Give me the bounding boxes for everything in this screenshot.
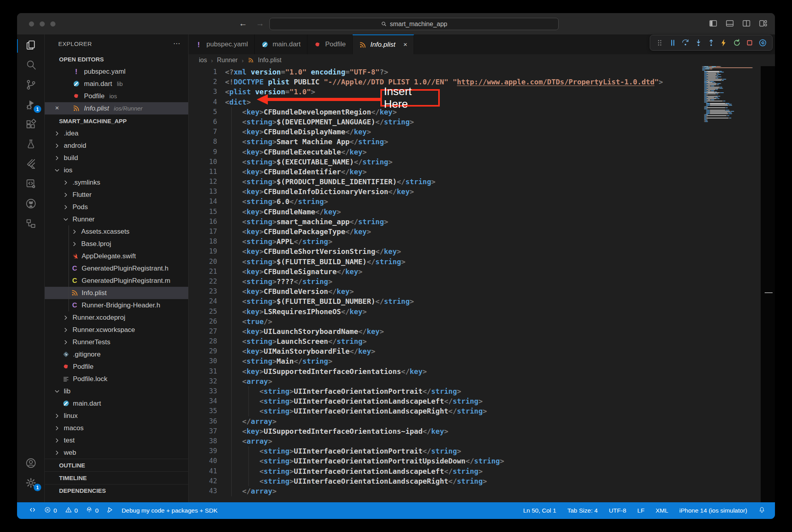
history-back-button[interactable]: ← <box>239 19 247 28</box>
toggle-sidebar-icon[interactable] <box>708 19 718 28</box>
files-icon <box>25 39 37 53</box>
close-editor-button[interactable]: × <box>55 104 63 112</box>
hot-reload-icon[interactable] <box>719 38 728 47</box>
project-header[interactable]: SMART_MACHINE_APP <box>45 114 188 127</box>
tree-item-macos[interactable]: macos <box>45 422 188 434</box>
tree-item-flutter[interactable]: Flutter <box>45 189 188 201</box>
tree-item-runner-xcworkspace[interactable]: Runner.xcworkspace <box>45 324 188 336</box>
tree-item-runner[interactable]: Runner <box>45 213 188 225</box>
tab-info-plist[interactable]: Info.plist× <box>353 34 414 54</box>
tree-item--symlinks[interactable]: .symlinks <box>45 176 188 189</box>
line-number: 10 <box>189 157 225 167</box>
tree-item-appdelegate-swift[interactable]: AppDelegate.swift <box>45 250 188 262</box>
tree-item-runnertests[interactable]: RunnerTests <box>45 336 188 348</box>
tree-item--gitignore[interactable]: .gitignore <box>45 348 188 360</box>
tree-item-info-plist[interactable]: Info.plist <box>45 287 188 299</box>
status-bell[interactable] <box>758 506 765 515</box>
tree-item-web[interactable]: web <box>45 446 188 459</box>
dependencies-header[interactable]: DEPENDENCIES <box>45 484 188 497</box>
inspector-icon[interactable] <box>758 38 767 47</box>
tree-item-android[interactable]: android <box>45 139 188 152</box>
close-window-button[interactable] <box>29 21 34 27</box>
status-lf[interactable]: LF <box>637 507 645 514</box>
status-iphone-14-ios-simulator-[interactable]: iPhone 14 (ios simulator) <box>679 507 747 514</box>
explorer-more-actions-button[interactable]: ⋯ <box>173 39 181 48</box>
tree-item-ios[interactable]: ios <box>45 164 188 176</box>
status-debug-start[interactable] <box>107 506 114 515</box>
scrollbar-track[interactable] <box>761 66 775 502</box>
step-out-icon[interactable] <box>707 38 716 47</box>
split-editor-icon[interactable] <box>742 19 751 28</box>
tree-item--idea[interactable]: .idea <box>45 127 188 139</box>
status-ln-50-col-1[interactable]: Ln 50, Col 1 <box>523 507 556 514</box>
status-error[interactable]: 0 <box>44 506 57 515</box>
activity-bar-item-search[interactable] <box>17 56 44 76</box>
stop-icon[interactable] <box>745 38 754 47</box>
activity-bar-item-github[interactable] <box>17 194 44 214</box>
tree-item-main-dart[interactable]: main.dart <box>45 397 188 410</box>
tab-pubspec-yaml[interactable]: !pubspec.yaml <box>189 34 255 54</box>
tree-item-podfile[interactable]: Podfile <box>45 360 188 373</box>
status-remote[interactable] <box>29 506 36 515</box>
tab-podfile[interactable]: Podfile <box>307 34 353 54</box>
status-xml[interactable]: XML <box>656 507 668 514</box>
tree-item-generatedpluginregistrant-h[interactable]: CGeneratedPluginRegistrant.h <box>45 262 188 275</box>
pause-icon[interactable] <box>668 38 677 47</box>
command-center-search[interactable]: smart_machine_app <box>269 18 559 30</box>
breadcrumb-item[interactable]: Runner <box>217 57 237 64</box>
tree-item-runner-xcodeproj[interactable]: Runner.xcodeproj <box>45 311 188 324</box>
file-label: Info.plist <box>84 105 109 113</box>
activity-bar-item-devtools[interactable] <box>17 175 44 194</box>
activity-bar-item-source-control[interactable] <box>17 76 44 95</box>
tab-main-dart[interactable]: main.dart <box>255 34 307 54</box>
open-editor-podfile[interactable]: Podfileios <box>45 90 188 102</box>
tree-item-lib[interactable]: lib <box>45 385 188 397</box>
status-debug-my-code-packages-s[interactable]: Debug my code + packages + SDK <box>122 507 218 514</box>
zoom-window-button[interactable] <box>50 21 55 27</box>
tree-item-build[interactable]: build <box>45 152 188 164</box>
open-editor-info-plist[interactable]: ×Info.plistios/Runner <box>45 102 188 114</box>
tree-item-pods[interactable]: Pods <box>45 201 188 213</box>
activity-bar-item-remote-explorer[interactable] <box>17 214 44 234</box>
breadcrumb-item[interactable]: Info.plist <box>258 57 282 64</box>
status-tab-size-4[interactable]: Tab Size: 4 <box>567 507 598 514</box>
gripper-icon[interactable] <box>655 38 664 47</box>
activity-bar-item-testing[interactable] <box>17 135 44 155</box>
activity-bar-item-extensions[interactable] <box>17 115 44 135</box>
minimize-window-button[interactable] <box>40 21 45 27</box>
minimap-line <box>702 69 761 69</box>
status-utf-8[interactable]: UTF-8 <box>609 507 626 514</box>
open-editor-pubspec-yaml[interactable]: !pubspec.yaml <box>45 65 188 78</box>
step-over-icon[interactable] <box>681 38 690 47</box>
activity-bar-item-run-debug[interactable]: 1 <box>17 95 44 115</box>
tree-item-linux[interactable]: linux <box>45 410 188 422</box>
tree-item-assets-xcassets[interactable]: Assets.xcassets <box>45 225 188 238</box>
status-ports[interactable]: 0 <box>86 506 99 515</box>
activity-bar-item-settings[interactable]: 1 <box>17 474 44 494</box>
outline-header[interactable]: OUTLINE <box>45 459 188 471</box>
tree-item-podfile-lock[interactable]: Podfile.lock <box>45 373 188 385</box>
scrollbar-marker <box>765 292 773 293</box>
code-editor[interactable]: 1<?xml version="1.0" encoding="UTF-8"?>2… <box>189 66 775 502</box>
open-editors-header[interactable]: OPEN EDITORS <box>45 53 188 65</box>
activity-bar-item-accounts[interactable] <box>17 454 44 474</box>
timeline-header[interactable]: TIMELINE <box>45 471 188 484</box>
close-tab-button[interactable]: × <box>403 41 407 49</box>
open-editor-main-dart[interactable]: main.dartlib <box>45 78 188 90</box>
activity-bar-item-explorer[interactable] <box>17 36 44 56</box>
tree-item-generatedpluginregistrant-m[interactable]: CGeneratedPluginRegistrant.m <box>45 275 188 287</box>
restart-icon[interactable] <box>733 38 741 47</box>
chevron-right-icon <box>50 488 57 494</box>
breadcrumb-item[interactable]: ios <box>199 57 207 64</box>
tree-item-runner-bridging-header-h[interactable]: CRunner-Bridging-Header.h <box>45 299 188 311</box>
tree-item-test[interactable]: test <box>45 434 188 446</box>
minimap[interactable] <box>702 66 761 122</box>
traffic-lights[interactable] <box>29 21 55 27</box>
history-forward-button[interactable]: → <box>256 19 264 28</box>
status-warning[interactable]: 0 <box>65 506 78 515</box>
toggle-panel-icon[interactable] <box>725 19 735 28</box>
activity-bar-item-flutter[interactable] <box>17 155 44 175</box>
step-into-icon[interactable] <box>694 38 703 47</box>
tree-item-base-lproj[interactable]: Base.lproj <box>45 238 188 250</box>
customize-layout-icon[interactable] <box>758 19 768 28</box>
